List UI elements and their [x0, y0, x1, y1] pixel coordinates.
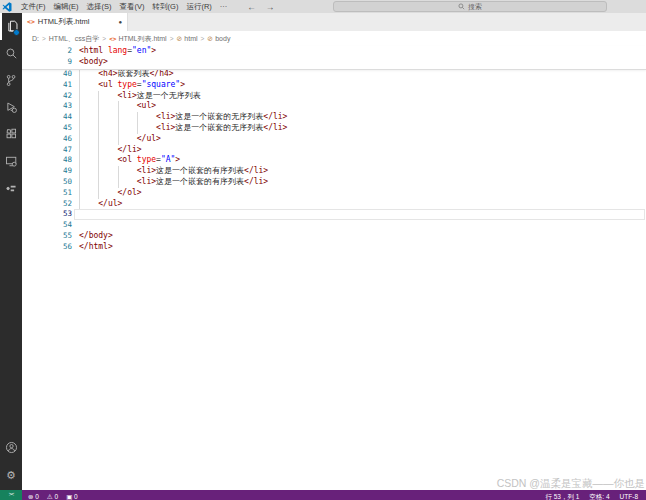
breadcrumb-item-0[interactable]: D:	[32, 35, 39, 42]
nav-back-button[interactable]: ←	[247, 2, 256, 12]
menu-item-0[interactable]: 文件(F)	[17, 2, 50, 12]
account-icon[interactable]	[0, 434, 22, 461]
code-line[interactable]: 9<body>	[22, 57, 646, 68]
code-line[interactable]: 46 </ul>	[22, 134, 646, 145]
code-text: </html>	[72, 242, 113, 253]
code-text: <li>这是一个嵌套的无序列表</li>	[72, 123, 287, 134]
explorer-badge	[13, 29, 20, 36]
code-line[interactable]: 44 <li>这是一个嵌套的无序列表</li>	[22, 112, 646, 123]
vscode-logo-icon	[2, 2, 12, 12]
line-number: 51	[22, 188, 72, 199]
statusbar-right-item-0[interactable]: 行 53，列 1	[545, 493, 579, 500]
code-line[interactable]: 2<html lang="en">	[22, 46, 646, 57]
breadcrumb-separator: >	[201, 35, 205, 42]
code-text: <html lang="en">	[72, 46, 156, 57]
symbol-element-icon: ⊘	[207, 35, 213, 43]
status-bar: >< ⊗ 0⚠ 0▣ 0 行 53，列 1空格: 4UTF-8	[0, 490, 646, 500]
code-line[interactable]: 50 <li>这是一个嵌套的有序列表</li>	[22, 177, 646, 188]
code-text: </ul>	[72, 199, 122, 210]
source-control-icon[interactable]	[0, 67, 22, 94]
html-file-icon: <>	[109, 35, 116, 42]
line-number: 44	[22, 112, 72, 123]
code-text: <ul type="square">	[72, 80, 185, 91]
breadcrumb-label: D:	[32, 35, 39, 42]
breadcrumb-separator: >	[102, 35, 106, 42]
line-number: 40	[22, 69, 72, 80]
breadcrumb-item-2[interactable]: <>HTML列表.html	[109, 34, 166, 44]
code-text: <li>这是一个无序列表	[72, 91, 201, 102]
editor-code-area[interactable]: 40 <h4>嵌套列表</h4>41 <ul type="square">42 …	[22, 69, 646, 490]
code-text: <li>这是一个嵌套的有序列表</li>	[72, 177, 268, 188]
statusbar-right-item-2[interactable]: UTF-8	[620, 493, 638, 500]
plugin-icon[interactable]	[0, 175, 22, 202]
run-debug-icon[interactable]	[0, 94, 22, 121]
activity-bar: ⚙	[0, 13, 22, 490]
csdn-watermark: CSDN @温柔是宝藏——你也是	[497, 477, 645, 491]
code-line[interactable]: 56</html>	[22, 242, 646, 253]
statusbar-left-item-2[interactable]: ▣ 0	[66, 493, 78, 500]
code-line[interactable]: 49 <li>这是一个嵌套的有序列表</li>	[22, 166, 646, 177]
line-number: 42	[22, 91, 72, 102]
code-line[interactable]: 47 </li>	[22, 145, 646, 156]
explorer-icon[interactable]	[0, 13, 22, 40]
title-bar: 文件(F)编辑(E)选择(S)查看(V)转到(G)运行(R)··· ← → 搜索	[0, 0, 646, 13]
menu-item-3[interactable]: 查看(V)	[116, 2, 149, 12]
code-line[interactable]: 55</body>	[22, 231, 646, 242]
statusbar-left-item-1[interactable]: ⚠ 0	[47, 493, 58, 500]
tab-html-list-file[interactable]: <> HTML列表.html ●	[22, 13, 128, 31]
line-number: 45	[22, 123, 72, 134]
line-number: 49	[22, 166, 72, 177]
line-number: 2	[22, 46, 72, 57]
line-number: 47	[22, 145, 72, 156]
menu-item-6[interactable]: ···	[216, 2, 232, 12]
html-file-icon: <>	[27, 18, 35, 26]
statusbar-right-item-1[interactable]: 空格: 4	[589, 493, 609, 500]
code-line[interactable]: 52 </ul>	[22, 199, 646, 210]
extensions-icon[interactable]	[0, 121, 22, 148]
code-line[interactable]: 40 <h4>嵌套列表</h4>	[22, 69, 646, 80]
code-line[interactable]: 42 <li>这是一个无序列表	[22, 91, 646, 102]
sticky-scroll: 2<html lang="en">9<body>	[22, 46, 646, 70]
nav-forward-button[interactable]: →	[266, 2, 275, 12]
line-number: 41	[22, 80, 72, 91]
line-number: 52	[22, 199, 72, 210]
search-icon	[458, 3, 465, 10]
breadcrumb: D:>HTML、css自学><>HTML列表.html>⊘html>⊘body	[22, 31, 646, 46]
code-line[interactable]: 45 <li>这是一个嵌套的无序列表</li>	[22, 123, 646, 134]
menu-item-5[interactable]: 运行(R)	[182, 2, 215, 12]
code-text: </body>	[72, 231, 113, 242]
code-line[interactable]: 43 <ul>	[22, 101, 646, 112]
code-line[interactable]: 53	[22, 209, 646, 220]
code-line[interactable]: 51 </ol>	[22, 188, 646, 199]
line-number: 46	[22, 134, 72, 145]
line-number: 48	[22, 155, 72, 166]
code-text	[72, 220, 79, 231]
breadcrumb-item-1[interactable]: HTML、css自学	[49, 34, 100, 44]
tab-bar: <> HTML列表.html ●	[22, 13, 646, 31]
breadcrumb-label: HTML、css自学	[49, 34, 100, 44]
remote-indicator[interactable]: ><	[0, 490, 22, 500]
menu-item-2[interactable]: 选择(S)	[83, 2, 116, 12]
code-text: <h4>嵌套列表</h4>	[72, 69, 174, 80]
code-text: </ul>	[72, 134, 161, 145]
breadcrumb-separator: >	[42, 35, 46, 42]
menu-item-4[interactable]: 转到(G)	[149, 2, 183, 12]
command-center-search[interactable]: 搜索	[333, 1, 607, 12]
statusbar-left-item-0[interactable]: ⊗ 0	[28, 493, 39, 500]
modified-dot-icon[interactable]: ●	[118, 19, 122, 25]
search-sidebar-icon[interactable]	[0, 40, 22, 67]
code-line[interactable]: 54	[22, 220, 646, 231]
line-number: 9	[22, 57, 72, 68]
line-number: 53	[22, 209, 72, 220]
code-text: </li>	[72, 145, 142, 156]
breadcrumb-item-3[interactable]: ⊘html	[176, 35, 197, 43]
code-line[interactable]: 48 <ol type="A">	[22, 155, 646, 166]
code-line[interactable]: 41 <ul type="square">	[22, 80, 646, 91]
breadcrumb-separator: >	[170, 35, 174, 42]
breadcrumb-label: html	[184, 35, 197, 42]
remote-explorer-icon[interactable]	[0, 148, 22, 175]
settings-gear-icon[interactable]: ⚙	[0, 461, 22, 488]
breadcrumb-item-4[interactable]: ⊘body	[207, 35, 230, 43]
code-text	[72, 209, 79, 220]
menu-item-1[interactable]: 编辑(E)	[50, 2, 83, 12]
